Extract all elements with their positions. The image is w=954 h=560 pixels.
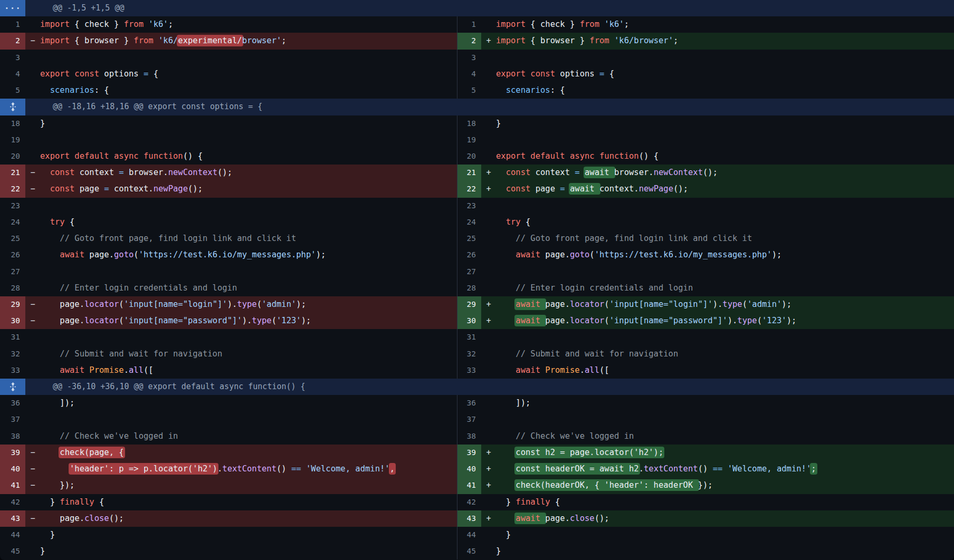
right-line-number[interactable]: 26 — [457, 247, 481, 263]
right-line-number[interactable]: 45 — [457, 543, 481, 559]
right-line-number[interactable]: 28 — [457, 280, 481, 296]
left-line-number[interactable]: 18 — [0, 115, 25, 132]
right-code-line: // Enter login credentials and login — [496, 280, 954, 296]
code-token: options — [99, 69, 144, 79]
right-line-number[interactable]: 37 — [457, 411, 481, 428]
right-line-number[interactable]: 4 — [457, 66, 481, 82]
right-line-number[interactable]: 43 — [457, 510, 481, 527]
left-line-number[interactable]: 27 — [0, 264, 25, 280]
code-token: async — [114, 151, 139, 161]
left-line-number[interactable]: 41 — [0, 477, 25, 494]
right-line-number[interactable]: 36 — [457, 395, 481, 411]
diff-row: 36 ]);36 ]); — [0, 395, 954, 411]
code-token: ); — [781, 300, 791, 309]
right-line-number[interactable]: 32 — [457, 346, 481, 362]
right-diff-marker — [481, 132, 496, 148]
left-line-number[interactable]: 1 — [0, 16, 25, 33]
left-code-line: const page = context.newPage(); — [40, 181, 457, 197]
code-token: context. — [109, 184, 154, 194]
right-line-number[interactable]: 18 — [457, 115, 481, 132]
left-line-number[interactable]: 30 — [0, 313, 25, 329]
right-line-number[interactable]: 19 — [457, 132, 481, 148]
code-token: { — [550, 497, 560, 507]
code-token: from — [580, 20, 599, 29]
expand-hunk-button[interactable] — [0, 99, 25, 115]
expand-hunk-button[interactable] — [0, 379, 25, 395]
right-line-number[interactable]: 39 — [457, 445, 481, 461]
right-diff-marker — [481, 16, 496, 33]
left-line-number[interactable]: 21 — [0, 165, 25, 181]
right-line-number[interactable]: 38 — [457, 428, 481, 445]
right-line-number[interactable]: 44 — [457, 527, 481, 543]
left-line-number[interactable]: 24 — [0, 214, 25, 230]
right-line-number[interactable]: 3 — [457, 50, 481, 66]
left-line-number[interactable]: 3 — [0, 50, 25, 66]
left-line-number[interactable]: 37 — [0, 411, 25, 428]
left-line-number[interactable]: 43 — [0, 510, 25, 527]
right-line-number[interactable]: 2 — [457, 33, 481, 49]
left-line-number[interactable]: 39 — [0, 445, 25, 461]
code-token: all — [585, 365, 599, 375]
right-line-number[interactable]: 23 — [457, 198, 481, 214]
right-line-number[interactable]: 31 — [457, 329, 481, 345]
code-token: 'input[name="login"]' — [609, 300, 713, 309]
left-line-number[interactable]: 20 — [0, 148, 25, 165]
left-diff-marker — [25, 362, 40, 379]
left-line-number[interactable]: 29 — [0, 296, 25, 313]
right-line-number[interactable]: 20 — [457, 148, 481, 165]
right-line-number[interactable]: 24 — [457, 214, 481, 230]
right-line-number[interactable]: 21 — [457, 165, 481, 181]
left-line-number[interactable]: 33 — [0, 362, 25, 379]
left-line-number[interactable]: 2 — [0, 33, 25, 49]
left-line-number[interactable]: 26 — [0, 247, 25, 263]
code-token: ; — [673, 36, 678, 45]
left-line-number[interactable]: 45 — [0, 543, 25, 559]
diff-row: 3737 — [0, 411, 954, 428]
left-line-number[interactable]: 31 — [0, 329, 25, 345]
right-line-number[interactable]: 27 — [457, 264, 481, 280]
left-line-number[interactable]: 32 — [0, 346, 25, 362]
code-token — [40, 349, 60, 359]
right-line-number[interactable]: 29 — [457, 296, 481, 313]
hunk-header-row: ···@@ -1,5 +1,5 @@ — [0, 0, 954, 16]
code-token: scenarios — [50, 85, 94, 95]
code-token: { — [148, 69, 158, 79]
diff-row: 24 try {24 try { — [0, 214, 954, 230]
left-line-number[interactable]: 19 — [0, 132, 25, 148]
left-line-number[interactable]: 42 — [0, 494, 25, 510]
left-diff-marker: − — [25, 33, 40, 49]
right-line-number[interactable]: 5 — [457, 82, 481, 99]
hunk-header-row: @@ -18,16 +18,16 @@ export const options… — [0, 99, 954, 115]
left-line-number[interactable]: 5 — [0, 82, 25, 99]
right-line-number[interactable]: 42 — [457, 494, 481, 510]
left-diff-marker: − — [25, 165, 40, 181]
unfold-icon — [9, 102, 16, 112]
code-token: 'Welcome, admin!' — [728, 464, 812, 474]
left-line-number[interactable]: 36 — [0, 395, 25, 411]
left-diff-marker — [25, 230, 40, 247]
right-line-number[interactable]: 30 — [457, 313, 481, 329]
left-code-line: } — [40, 115, 457, 132]
code-token: page. — [545, 514, 570, 523]
left-line-number[interactable]: 25 — [0, 230, 25, 247]
left-line-number[interactable]: 40 — [0, 461, 25, 477]
code-token: try — [506, 217, 521, 227]
left-line-number[interactable]: 22 — [0, 181, 25, 197]
left-line-number[interactable]: 23 — [0, 198, 25, 214]
left-line-number[interactable]: 4 — [0, 66, 25, 82]
hunk-menu-button[interactable]: ··· — [0, 0, 25, 16]
code-token: browser. — [124, 168, 168, 177]
right-line-number[interactable]: 25 — [457, 230, 481, 247]
right-line-number[interactable]: 22 — [457, 181, 481, 197]
left-code-line — [40, 50, 457, 66]
right-line-number[interactable]: 41 — [457, 477, 481, 494]
code-token: newPage — [639, 184, 673, 194]
right-line-number[interactable]: 1 — [457, 16, 481, 33]
right-line-number[interactable]: 33 — [457, 362, 481, 379]
code-token — [40, 464, 70, 474]
left-line-number[interactable]: 38 — [0, 428, 25, 445]
right-line-number[interactable]: 40 — [457, 461, 481, 477]
code-token — [496, 316, 516, 325]
left-line-number[interactable]: 44 — [0, 527, 25, 543]
left-line-number[interactable]: 28 — [0, 280, 25, 296]
